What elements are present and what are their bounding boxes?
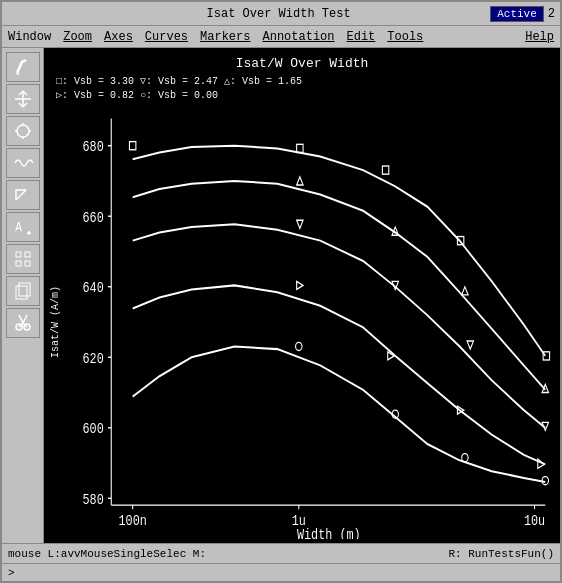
grid-tool-button[interactable] <box>6 244 40 274</box>
chart-svg: 680 660 640 620 600 <box>63 105 556 539</box>
svg-text:A: A <box>15 220 23 234</box>
y-axis-label: Isat/W (A/m) <box>48 105 63 539</box>
svg-text:100n: 100n <box>119 513 147 530</box>
wave-icon <box>13 153 33 173</box>
plot-title: Isat/W Over Width <box>48 56 556 71</box>
label-icon: A <box>13 217 33 237</box>
measure-tool-button[interactable] <box>6 180 40 210</box>
svg-rect-17 <box>25 252 30 257</box>
svg-point-7 <box>17 125 29 137</box>
menu-help[interactable]: Help <box>525 30 554 44</box>
scissors-icon <box>13 313 33 333</box>
crosshair-icon <box>13 89 33 109</box>
grid-icon <box>13 249 33 269</box>
svg-line-26 <box>19 315 23 323</box>
menu-annotation[interactable]: Annotation <box>262 30 334 44</box>
status-left: mouse L:avvMouseSingleSelec M: <box>8 548 206 560</box>
svg-text:580: 580 <box>83 492 104 509</box>
window-title: Isat Over Width Test <box>67 7 490 21</box>
status-right: R: RunTestsFun() <box>448 548 554 560</box>
cut-tool-button[interactable] <box>6 308 40 338</box>
select-icon <box>13 121 33 141</box>
svg-text:600: 600 <box>83 421 104 438</box>
copy-tool-button[interactable] <box>6 276 40 306</box>
pen-icon <box>13 57 33 77</box>
svg-text:640: 640 <box>83 280 104 297</box>
svg-text:660: 660 <box>83 209 104 226</box>
label-tool-button[interactable]: A <box>6 212 40 242</box>
legend-line1: □: Vsb = 3.30 ▽: Vsb = 2.47 △: Vsb = 1.6… <box>56 75 548 89</box>
copy-icon <box>13 281 33 301</box>
chart-container: Isat/W (A/m) 680 <box>48 105 556 539</box>
plot-area: Isat/W Over Width □: Vsb = 3.30 ▽: Vsb =… <box>44 48 560 543</box>
svg-rect-20 <box>16 286 27 299</box>
crosshair-tool-button[interactable] <box>6 84 40 114</box>
menu-axes[interactable]: Axes <box>104 30 133 44</box>
svg-rect-21 <box>19 283 30 296</box>
legend: □: Vsb = 3.30 ▽: Vsb = 2.47 △: Vsb = 1.6… <box>48 75 556 103</box>
chart-inner: 680 660 640 620 600 <box>63 105 556 539</box>
menu-markers[interactable]: Markers <box>200 30 250 44</box>
svg-rect-19 <box>25 261 30 266</box>
svg-text:10u: 10u <box>524 513 545 530</box>
status-bar: mouse L:avvMouseSingleSelec M: R: RunTes… <box>2 543 560 563</box>
active-button[interactable]: Active <box>490 6 544 22</box>
toolbar: A <box>2 48 44 543</box>
command-prompt: > <box>8 567 15 579</box>
wave-tool-button[interactable] <box>6 148 40 178</box>
main-area: A <box>2 48 560 543</box>
app-window: Isat Over Width Test Active 2 Window Zoo… <box>0 0 562 583</box>
menu-curves[interactable]: Curves <box>145 30 188 44</box>
svg-text:680: 680 <box>83 139 104 156</box>
title-bar: Isat Over Width Test Active 2 <box>2 2 560 26</box>
svg-rect-16 <box>16 252 21 257</box>
svg-rect-18 <box>16 261 21 266</box>
command-input[interactable] <box>15 567 554 579</box>
menu-tools[interactable]: Tools <box>387 30 423 44</box>
title-controls: Active 2 <box>490 6 555 22</box>
select-tool-button[interactable] <box>6 116 40 146</box>
svg-line-27 <box>23 315 27 323</box>
pen-tool-button[interactable] <box>6 52 40 82</box>
menu-zoom[interactable]: Zoom <box>63 30 92 44</box>
command-bar: > <box>2 563 560 581</box>
svg-line-12 <box>16 190 26 200</box>
menu-window[interactable]: Window <box>8 30 51 44</box>
measure-icon <box>13 185 33 205</box>
svg-text:620: 620 <box>83 350 104 367</box>
svg-rect-28 <box>63 105 556 539</box>
menu-edit[interactable]: Edit <box>347 30 376 44</box>
legend-line2: ▷: Vsb = 0.82 ○: Vsb = 0.00 <box>56 89 548 103</box>
window-number: 2 <box>548 7 555 21</box>
menu-bar: Window Zoom Axes Curves Markers Annotati… <box>2 26 560 48</box>
svg-text:Width (m): Width (m) <box>297 527 361 539</box>
